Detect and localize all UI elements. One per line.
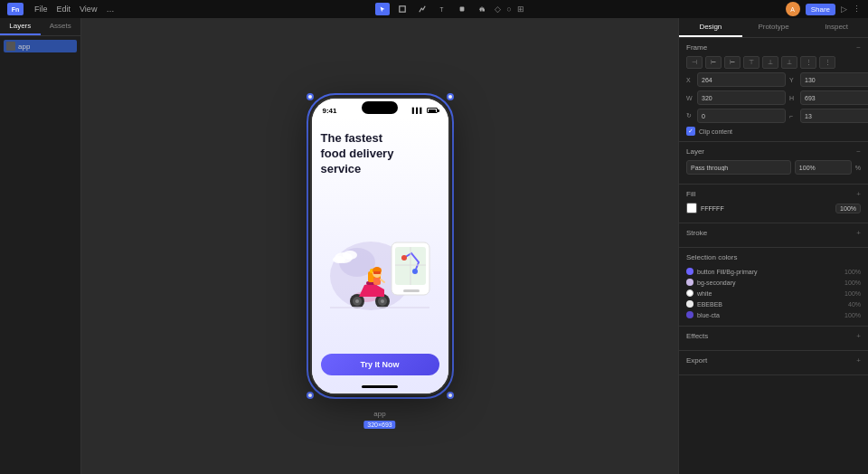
align-right[interactable]: ⊢ [724,56,741,69]
circle-icon[interactable]: ○ [506,5,511,14]
phone-mockup: 9:41 ▌▌▌ The fastest food delivery servi… [310,97,450,395]
selection-color-label-5: blue-cta [697,312,841,318]
y-input[interactable] [800,72,868,87]
nav-view[interactable]: View [80,5,97,14]
h-label: H [789,95,798,101]
selection-color-hex-2: 100% [844,280,861,286]
fill-color-swatch[interactable] [686,203,697,213]
grid-icon[interactable]: ⊞ [517,5,524,14]
home-indicator [362,385,398,388]
export-add-btn[interactable]: + [856,356,861,365]
pen-tool[interactable] [415,3,429,15]
nav-edit[interactable]: Edit [57,5,71,14]
selection-color-item-5[interactable]: blue-cta 100% [686,309,861,320]
selection-color-item-1[interactable]: button Fill/Bg-primary 100% [686,266,861,277]
align-left[interactable]: ⊣ [686,56,703,69]
zoom-icon[interactable]: ⋮ [853,5,861,14]
top-bar-nav: File Edit View … [34,5,114,14]
frame-section-toggle[interactable]: − [856,43,861,52]
stroke-section-header: Stroke + [686,229,861,237]
selection-color-item-3[interactable]: white 100% [686,288,861,299]
selection-color-label-4: EBEBEB [697,301,844,308]
cta-button[interactable]: Try It Now [321,354,439,375]
fill-add-btn[interactable]: + [856,190,861,198]
layer-section: Layer − % [679,142,868,185]
selection-color-item-4[interactable]: EBEBEB 40% [686,299,861,309]
phone-headline: The fastest food delivery service [321,131,398,177]
tab-inspect[interactable]: Inspect [805,18,868,37]
y-label: Y [789,77,798,83]
top-bar-left: Fn File Edit View … [7,3,114,15]
layer-item-app[interactable]: app [4,40,77,52]
nav-file[interactable]: File [34,5,48,14]
distribute-v[interactable]: ⋮ [819,56,835,69]
top-bar: Fn File Edit View … T [0,0,868,18]
tab-prototype[interactable]: Prototype [742,18,806,37]
h-input[interactable] [800,90,868,105]
xy-row: X Y [686,72,861,87]
align-center-v[interactable]: ⊥ [762,56,778,69]
diamond-icon[interactable]: ◇ [495,5,501,14]
rotate-row: ↻ ⌐ [686,109,861,123]
clip-label: Clip content [699,128,732,135]
h-input-group: H [789,90,868,105]
blend-mode-input[interactable] [686,160,791,175]
svg-point-15 [355,299,359,303]
distribute-h[interactable]: ⋮ [800,56,816,69]
corner-input[interactable] [800,109,868,123]
w-label: W [686,95,695,101]
canvas-area[interactable]: 9:41 ▌▌▌ The fastest food delivery servi… [81,18,678,474]
frame-section-title: Frame [686,43,707,52]
shape-tool[interactable] [455,3,469,15]
selection-color-hex-5: 100% [844,312,861,318]
x-input[interactable] [697,72,786,87]
x-label: X [686,77,695,83]
phone-status-bar: 9:41 ▌▌▌ [312,99,448,118]
w-input[interactable] [697,90,786,105]
tab-assets[interactable]: Assets [41,18,81,35]
selection-color-hex-1: 100% [844,269,861,275]
align-bottom[interactable]: ⊥ [781,56,797,69]
selection-color-dot-1 [686,268,693,275]
handle-bottom-left[interactable] [307,392,314,399]
checkbox-check: ✓ [688,128,693,135]
stroke-section-title: Stroke [686,229,707,237]
tab-layers[interactable]: Layers [0,18,41,35]
selection-color-dot-5 [686,311,693,318]
play-icon[interactable]: ▷ [841,5,847,14]
export-section-header: Export + [686,356,861,365]
selection-colors-section: Selection colors button Fill/Bg-primary … [679,248,868,327]
app-logo[interactable]: Fn [7,3,24,15]
avatar[interactable]: A [786,2,800,16]
tab-design[interactable]: Design [679,18,742,37]
selection-color-hex-3: 100% [844,290,861,297]
fill-color-hex: FFFFFF [701,205,724,212]
canvas-dimensions-tag: 320×693 [363,421,395,429]
frame-tool[interactable] [395,3,410,15]
avatar-initials: A [790,6,795,13]
phone-status-icons: ▌▌▌ [412,108,438,113]
share-button[interactable]: Share [806,4,835,15]
align-row: ⊣ ⊢ ⊢ ⊤ ⊥ ⊥ ⋮ ⋮ [686,56,861,69]
toolbar: T ◇ ○ ⊞ [375,3,524,15]
nav-more[interactable]: … [106,5,114,14]
move-tool[interactable] [375,3,390,15]
layer-section-icon[interactable]: − [856,147,861,156]
align-top[interactable]: ⊤ [743,56,760,69]
handle-bottom-right[interactable] [447,392,454,399]
clip-checkbox[interactable]: ✓ [686,127,695,136]
text-tool[interactable]: T [435,3,449,15]
align-center-h[interactable]: ⊢ [705,56,722,69]
rotate-input[interactable] [697,109,786,123]
opacity-input[interactable] [795,160,852,175]
effects-section: Effects + [679,327,868,351]
corner-label: ⌐ [789,113,798,119]
stroke-add-btn[interactable]: + [856,229,861,237]
effects-add-btn[interactable]: + [856,332,861,340]
svg-rect-25 [373,271,381,274]
phone-cta: Try It Now [321,354,439,375]
layer-icon [6,42,15,51]
selection-color-dot-3 [686,289,693,297]
selection-color-item-2[interactable]: bg-secondary 100% [686,277,861,288]
hand-tool[interactable] [475,3,489,15]
